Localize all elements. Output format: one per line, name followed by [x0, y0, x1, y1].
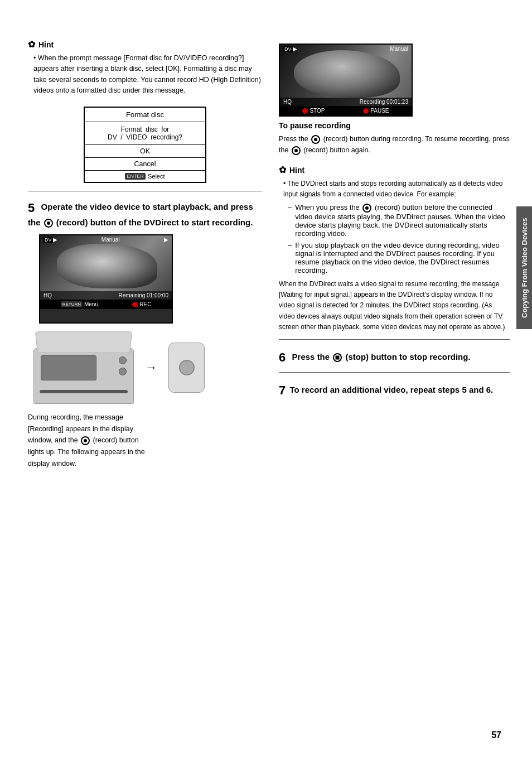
side-tab-text: Copying From Video Devices [520, 218, 529, 318]
screen1-rec-btn: REC [132, 301, 151, 307]
screen2-dv: DV▶ [283, 46, 297, 52]
pause-text: Press the (record) button during recordi… [279, 133, 510, 156]
step6-num: 6 [279, 350, 286, 364]
return-badge: RETURN [61, 301, 83, 307]
step5-text: Operate the video device to start playba… [28, 202, 253, 227]
pause-section: To pause recording Press the (record) bu… [279, 121, 510, 156]
dialog-footer: ENTER Select [85, 170, 205, 182]
hint-left-title: ✿ Hint [28, 39, 262, 50]
step7-text: To record an additional video, repeat st… [289, 385, 493, 394]
step6-heading: 6 Press the (stop) button to stop record… [279, 349, 510, 367]
page-container: Copying From Video Devices ✿ Hint • When… [0, 0, 532, 757]
dvd-disc-slot [40, 390, 128, 393]
record-icon-pause [311, 135, 320, 144]
screen2-stop-text: STOP [309, 108, 325, 114]
step6-block: 6 Press the (stop) button to stop record… [279, 349, 510, 367]
screen2-top-bar: DV▶ Manual [280, 45, 412, 53]
hint-right-block: ✿ Hint • The DVDirect starts and stops r… [279, 165, 510, 332]
enter-badge: ENTER [125, 173, 146, 180]
hint-right-sub1: – When you press the (record) button bef… [279, 203, 510, 238]
screen1-rec-text: REC [139, 301, 151, 307]
record-icon-step5 [44, 219, 53, 228]
hint-right-title: ✿ Hint [279, 165, 510, 175]
hint-left-bullet: • When the prompt message [Format disc f… [33, 53, 262, 97]
divider-step6 [279, 339, 510, 340]
dv-box-1: DV [43, 237, 53, 243]
screen1-bottom-overlay: HQ Remaining 01:00:00 [40, 291, 172, 300]
dialog-footer-text: Select [148, 173, 165, 180]
screen1-mode: Manual [101, 237, 120, 243]
screen-top-bar-1: DV▶ Manual ▶ [40, 235, 172, 244]
screen-display-1: DV▶ Manual ▶ HQ Remaining 01:00:00 RETUR… [39, 234, 173, 324]
page-number: 57 [491, 730, 501, 740]
screen2-stop-btn: STOP [302, 108, 325, 114]
screen1-buttons: RETURN Menu REC [40, 300, 172, 309]
sub2-text: If you stop playback on the video device… [295, 241, 510, 274]
dash-2: – [288, 241, 292, 274]
screen2-rec-time: Recording 00:01:23 [360, 99, 408, 105]
sub1-text: When you press the (record) button befor… [295, 203, 510, 238]
screen2-pause-text: PAUSE [370, 108, 389, 114]
recording-display: DV▶ Manual HQ Recording 00:01:23 STOP [279, 44, 413, 117]
rec-image-area: DV▶ Manual HQ Recording 00:01:23 [280, 45, 412, 106]
dog-silhouette-2 [294, 50, 400, 98]
main-content: ✿ Hint • When the prompt message [Format… [0, 22, 532, 735]
recording-text: During recording, the message [Recording… [28, 412, 262, 469]
step6-text: Press the (stop) button to stop recordin… [289, 352, 470, 361]
screen2-pause-btn: PAUSE [363, 108, 389, 114]
dialog-box: Format disc Format disc for DV / VIDEO r… [84, 107, 206, 183]
red-dot-1 [132, 302, 138, 307]
connection-arrow: → [145, 360, 157, 375]
red-dot-pause [363, 108, 369, 114]
right-column: DV▶ Manual HQ Recording 00:01:23 STOP [273, 39, 510, 718]
dash-1: – [288, 203, 292, 238]
dialog-title: Format disc [85, 108, 205, 122]
screen1-quality: HQ [43, 292, 52, 298]
screen1-menu-text: Menu [84, 301, 98, 307]
left-column: ✿ Hint • When the prompt message [Format… [28, 39, 273, 718]
dvd-device-screen [41, 355, 96, 380]
dvd-btn-2 [119, 368, 127, 375]
step5-num: 5 [28, 201, 35, 215]
dvd-btn-1 [119, 356, 127, 364]
remote-record-btn [179, 360, 195, 375]
divider-step7 [279, 372, 510, 373]
step5-heading: 5 Operate the video device to start play… [28, 199, 262, 229]
screen1-menu-btn: RETURN Menu [61, 301, 98, 307]
hint-left-bullet-dot: • [33, 54, 38, 62]
screen-image-area-1: DV▶ Manual ▶ HQ Remaining 01:00:00 [40, 235, 172, 300]
hint-right-icon: ✿ [279, 165, 286, 175]
stop-icon-step6 [333, 353, 342, 362]
step7-block: 7 To record an additional video, repeat … [279, 382, 510, 399]
step7-num: 7 [279, 383, 286, 397]
section-divider-1 [28, 191, 262, 191]
screen2-bottom-bar: HQ Recording 00:01:23 [280, 98, 412, 106]
dvd-device-buttons [119, 356, 127, 375]
record-icon-inline [81, 436, 90, 445]
dvd-device-body [33, 348, 134, 404]
dvd-device-lid [35, 331, 133, 353]
red-dot-stop [302, 108, 308, 114]
screen1-remaining: Remaining 01:00:00 [118, 292, 168, 298]
step7-heading: 7 To record an additional video, repeat … [279, 382, 510, 399]
dog-silhouette-1 [57, 244, 157, 288]
hint-right-sub2: – If you stop playback on the video devi… [279, 241, 510, 274]
screen1-arrow-r: ▶ [164, 237, 168, 243]
pause-title: To pause recording [279, 121, 510, 130]
dvd-device-wrapper [33, 331, 134, 404]
dialog-message: Format disc for DV / VIDEO recording? [85, 122, 205, 144]
screen1-dv: DV▶ [43, 237, 57, 243]
screen2-mode: Manual [390, 46, 408, 52]
hint-right-bullet: • The DVDirect starts and stops recordin… [279, 179, 510, 200]
remote-device [168, 343, 205, 393]
waiting-text: When the DVDirect waits a video signal t… [279, 279, 510, 332]
screen2-buttons: STOP PAUSE [280, 106, 412, 115]
device-illustration: → [33, 331, 262, 404]
record-icon-pause2 [292, 146, 301, 155]
dialog-cancel: Cancel [85, 157, 205, 170]
hint-icon: ✿ [28, 39, 35, 50]
screen2-quality: HQ [283, 99, 292, 105]
side-tab: Copying From Video Devices [516, 206, 532, 329]
hint-left-block: ✿ Hint • When the prompt message [Format… [28, 39, 262, 97]
dialog-ok: OK [85, 144, 205, 157]
